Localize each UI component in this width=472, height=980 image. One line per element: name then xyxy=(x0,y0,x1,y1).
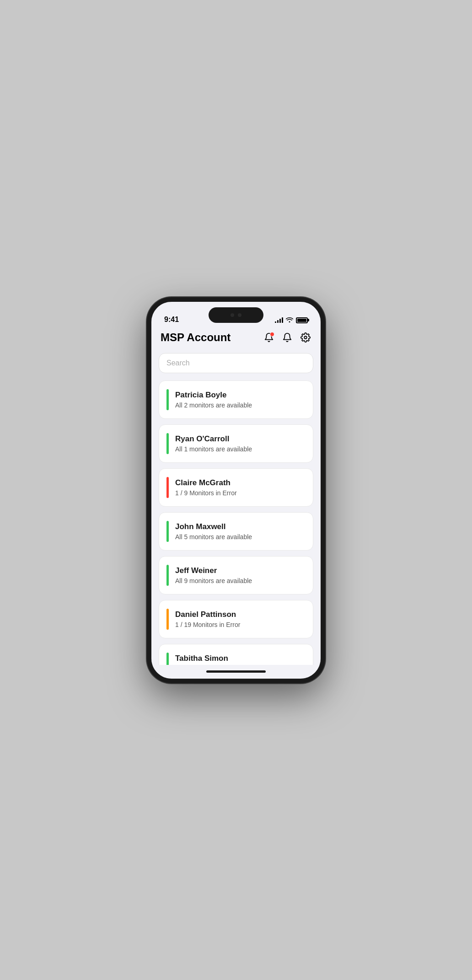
account-card[interactable]: Ryan O'Carroll All 1 monitors are availa… xyxy=(159,424,313,463)
settings-icon[interactable] xyxy=(300,332,311,343)
account-name: Jeff Weiner xyxy=(175,566,306,575)
account-status: All 2 monitors are available xyxy=(175,402,306,409)
bell-icon[interactable] xyxy=(281,332,293,343)
account-name: Patricia Boyle xyxy=(175,391,306,400)
card-content: Claire McGrath 1 / 9 Monitors in Error xyxy=(175,478,306,497)
account-card[interactable]: Patricia Boyle All 2 monitors are availa… xyxy=(159,380,313,419)
account-name: Claire McGrath xyxy=(175,478,306,487)
search-container xyxy=(159,353,313,373)
page-title: MSP Account xyxy=(161,331,231,344)
battery-icon xyxy=(296,317,308,323)
card-content: Daniel Pattinson 1 / 19 Monitors in Erro… xyxy=(175,610,306,628)
account-status: 1 / 19 Monitors in Error xyxy=(175,621,306,628)
status-indicator xyxy=(166,389,169,410)
content-area: Patricia Boyle All 2 monitors are availa… xyxy=(151,349,321,665)
dynamic-island xyxy=(209,307,263,323)
signal-icon xyxy=(275,317,283,323)
account-card[interactable]: Tabitha Simon All 8 monitors are availab… xyxy=(159,644,313,665)
status-icons xyxy=(275,317,308,324)
account-status: All 5 monitors are available xyxy=(175,533,306,541)
card-content: John Maxwell All 5 monitors are availabl… xyxy=(175,522,306,541)
account-status: 1 / 9 Monitors in Error xyxy=(175,489,306,497)
account-status: All 9 monitors are available xyxy=(175,577,306,584)
home-bar xyxy=(206,670,266,673)
card-content: Tabitha Simon All 8 monitors are availab… xyxy=(175,654,306,665)
wifi-icon xyxy=(286,317,293,324)
sensor-dot xyxy=(238,313,241,317)
status-indicator xyxy=(166,521,169,542)
account-name: Tabitha Simon xyxy=(175,654,306,663)
home-indicator xyxy=(151,665,321,679)
phone-frame: 9:41 MSP Account xyxy=(147,297,325,683)
active-bell-icon[interactable] xyxy=(263,332,275,343)
status-indicator xyxy=(166,477,169,498)
account-name: John Maxwell xyxy=(175,522,306,531)
search-input[interactable] xyxy=(159,353,313,373)
svg-point-1 xyxy=(304,336,307,339)
account-name: Daniel Pattinson xyxy=(175,610,306,619)
status-indicator xyxy=(166,433,169,454)
header-actions xyxy=(263,332,311,343)
status-indicator xyxy=(166,565,169,586)
account-status: All 1 monitors are available xyxy=(175,445,306,453)
account-card[interactable]: Daniel Pattinson 1 / 19 Monitors in Erro… xyxy=(159,600,313,638)
account-name: Ryan O'Carroll xyxy=(175,434,306,444)
card-content: Patricia Boyle All 2 monitors are availa… xyxy=(175,391,306,409)
account-card[interactable]: John Maxwell All 5 monitors are availabl… xyxy=(159,512,313,551)
accounts-list: Patricia Boyle All 2 monitors are availa… xyxy=(159,380,313,665)
app-header: MSP Account xyxy=(151,327,321,349)
card-content: Jeff Weiner All 9 monitors are available xyxy=(175,566,306,584)
status-indicator xyxy=(166,609,169,630)
account-card[interactable]: Jeff Weiner All 9 monitors are available xyxy=(159,556,313,594)
status-indicator xyxy=(166,653,169,665)
status-time: 9:41 xyxy=(164,316,179,324)
account-card[interactable]: Claire McGrath 1 / 9 Monitors in Error xyxy=(159,468,313,507)
card-content: Ryan O'Carroll All 1 monitors are availa… xyxy=(175,434,306,453)
camera-dot xyxy=(231,313,234,317)
